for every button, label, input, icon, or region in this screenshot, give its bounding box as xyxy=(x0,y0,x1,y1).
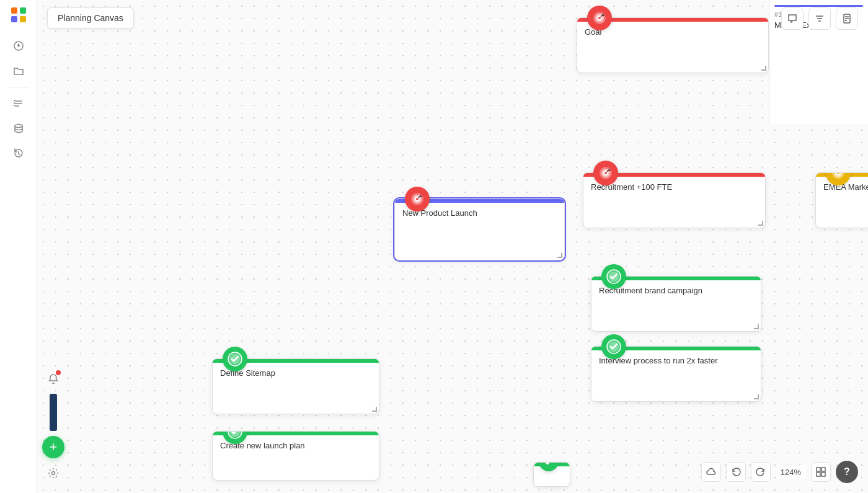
svg-point-49 xyxy=(416,198,418,200)
partial-node-icon xyxy=(539,462,564,476)
svg-rect-68 xyxy=(822,473,825,476)
settings-button[interactable] xyxy=(43,463,63,483)
svg-rect-11 xyxy=(14,105,15,106)
new-product-launch-node[interactable]: New Product Launch xyxy=(394,198,565,260)
sidebar-divider xyxy=(9,87,29,87)
interview-process-node[interactable]: Interview process to run 2x faster xyxy=(591,346,761,402)
bottom-toolbar: 124% ? xyxy=(701,461,858,483)
add-button[interactable]: + xyxy=(42,436,64,458)
interview-process-resize[interactable] xyxy=(754,394,759,399)
zoom-label: 124% xyxy=(776,465,806,479)
grid-button[interactable] xyxy=(811,462,831,482)
svg-point-31 xyxy=(598,17,601,19)
create-launch-plan-icon xyxy=(223,431,247,444)
sidebar-icon-compass[interactable] xyxy=(7,35,30,57)
svg-rect-2 xyxy=(11,16,17,22)
svg-rect-3 xyxy=(20,16,26,22)
svg-rect-1 xyxy=(20,7,26,14)
goal-icon xyxy=(587,6,612,30)
svg-rect-66 xyxy=(822,468,825,471)
redo-button[interactable] xyxy=(751,462,771,482)
define-sitemap-icon xyxy=(223,347,247,371)
sidebar-icon-folder[interactable] xyxy=(7,60,30,82)
emea-icon xyxy=(826,172,851,185)
npl-icon xyxy=(405,187,430,211)
right-panel-accent xyxy=(774,5,863,7)
svg-point-64 xyxy=(52,472,55,475)
recruitment-brand-node[interactable]: Recruitment brand campaign xyxy=(591,276,761,332)
svg-point-37 xyxy=(604,172,607,174)
canvas-title: Planning Canvas xyxy=(58,13,123,23)
chat-button[interactable] xyxy=(781,7,804,30)
interview-process-icon xyxy=(601,334,626,359)
bottom-left-controls: + xyxy=(42,369,64,483)
sidebar xyxy=(0,0,37,493)
navy-bar xyxy=(50,394,57,431)
npl-resize[interactable] xyxy=(557,253,562,258)
recruitment-fte-node[interactable]: Recruitment +100 FTE xyxy=(583,172,766,228)
create-launch-plan-node[interactable]: Create new launch plan xyxy=(212,431,379,481)
svg-rect-67 xyxy=(817,473,820,476)
notification-button[interactable] xyxy=(43,369,63,389)
svg-rect-65 xyxy=(817,468,820,471)
svg-rect-0 xyxy=(11,7,17,14)
svg-rect-9 xyxy=(14,100,15,101)
title-bar: Planning Canvas xyxy=(47,7,134,29)
app-container: Planning Canvas xyxy=(0,0,868,493)
main-area[interactable]: Planning Canvas xyxy=(37,0,868,493)
emea-node[interactable]: EMEA Market E: xyxy=(815,172,868,228)
recruitment-fte-resize[interactable] xyxy=(758,221,763,226)
sidebar-icon-list[interactable] xyxy=(7,92,30,115)
filter-button[interactable] xyxy=(808,7,831,30)
svg-point-12 xyxy=(15,125,22,128)
notification-dot xyxy=(56,370,61,375)
app-logo[interactable] xyxy=(9,5,29,25)
recruitment-brand-icon xyxy=(601,264,626,289)
sidebar-icon-database[interactable] xyxy=(7,117,30,140)
recruitment-brand-resize[interactable] xyxy=(754,324,759,329)
define-sitemap-node[interactable]: Define Sitemap xyxy=(212,358,379,414)
goal-node-resize[interactable] xyxy=(761,66,766,71)
svg-marker-5 xyxy=(17,43,20,47)
svg-rect-10 xyxy=(14,102,15,104)
sidebar-icon-history[interactable] xyxy=(7,142,30,164)
goal-node[interactable]: Goal xyxy=(577,17,769,73)
top-right-toolbar xyxy=(781,7,858,30)
help-button[interactable]: ? xyxy=(836,461,858,483)
cloud-button[interactable] xyxy=(701,462,721,482)
partial-node-bottom[interactable] xyxy=(533,462,570,487)
define-sitemap-resize[interactable] xyxy=(372,407,377,412)
undo-button[interactable] xyxy=(726,462,746,482)
recruitment-fte-icon xyxy=(593,161,618,185)
document-button[interactable] xyxy=(836,7,858,30)
